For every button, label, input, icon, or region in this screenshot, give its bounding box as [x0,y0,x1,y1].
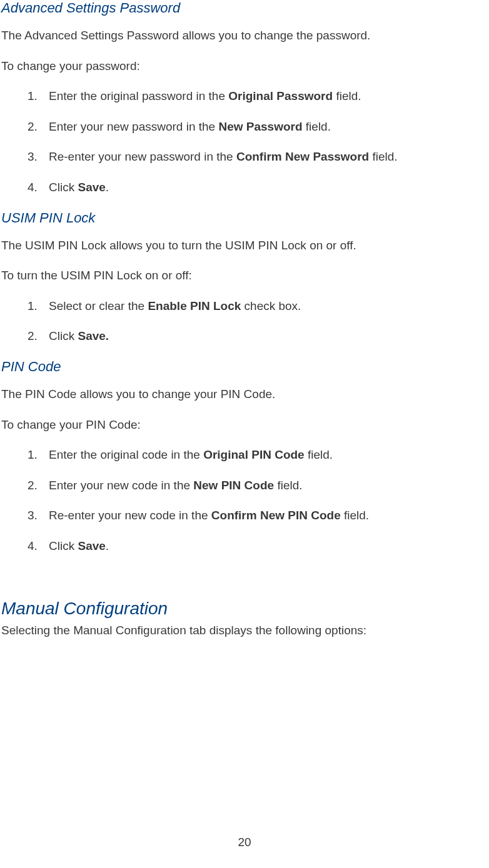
step-text: Select or clear the [49,299,148,312]
heading-pin-code: PIN Code [0,359,489,375]
desc-usim: The USIM PIN Lock allows you to turn the… [0,237,489,254]
step-bold: Save [78,181,105,194]
step-item: Re-enter your new password in the Confir… [49,149,489,166]
step-text: Click [49,181,78,194]
step-item: Select or clear the Enable PIN Lock chec… [49,298,489,315]
step-item: Click Save. [49,538,489,555]
step-item: Enter your new password in the New Passw… [49,119,489,136]
step-item: Click Save. [49,179,489,196]
step-text: field. [305,448,333,461]
step-bold: New Password [218,120,302,133]
step-text: Enter the original password in the [49,89,228,102]
step-item: Re-enter your new code in the Confirm Ne… [49,507,489,524]
step-text: Re-enter your new password in the [49,150,236,163]
step-text: field. [369,150,397,163]
step-item: Enter your new code in the New PIN Code … [49,477,489,494]
desc-advanced: The Advanced Settings Password allows yo… [0,27,489,44]
step-text: Enter the original code in the [49,448,203,461]
desc-manual: Selecting the Manual Configuration tab d… [0,622,489,639]
step-item: Enter the original code in the Original … [49,447,489,464]
heading-manual-configuration: Manual Configuration [0,599,489,619]
steps-pin: Enter the original code in the Original … [0,447,489,554]
step-text: Enter your new code in the [49,479,193,492]
step-bold: Save [78,539,105,552]
step-text: Enter your new password in the [49,120,218,133]
step-bold: Original PIN Code [203,448,305,461]
step-text: field. [333,89,361,102]
heading-advanced-settings-password: Advanced Settings Password [0,0,489,16]
step-text: Click [49,329,78,342]
step-bold: Confirm New PIN Code [211,509,341,522]
step-bold: Confirm New Password [236,150,369,163]
heading-usim-pin-lock: USIM PIN Lock [0,210,489,226]
step-text: Re-enter your new code in the [49,509,211,522]
step-bold: Enable PIN Lock [148,299,241,312]
desc-pin: The PIN Code allows you to change your P… [0,386,489,403]
step-text: field. [341,509,369,522]
step-text: . [106,181,109,194]
step-bold: New PIN Code [193,479,274,492]
step-item: Enter the original password in the Origi… [49,88,489,105]
step-text: field. [274,479,302,492]
step-bold: Save. [78,329,109,342]
step-item: Click Save. [49,328,489,345]
step-text: Click [49,539,78,552]
step-text: field. [303,120,331,133]
intro-advanced: To change your password: [0,58,489,75]
step-bold: Original Password [228,89,333,102]
page-number: 20 [0,836,489,849]
steps-usim: Select or clear the Enable PIN Lock chec… [0,298,489,345]
step-text: check box. [241,299,301,312]
step-text: . [106,539,109,552]
intro-usim: To turn the USIM PIN Lock on or off: [0,267,489,284]
steps-advanced: Enter the original password in the Origi… [0,88,489,196]
intro-pin: To change your PIN Code: [0,417,489,434]
